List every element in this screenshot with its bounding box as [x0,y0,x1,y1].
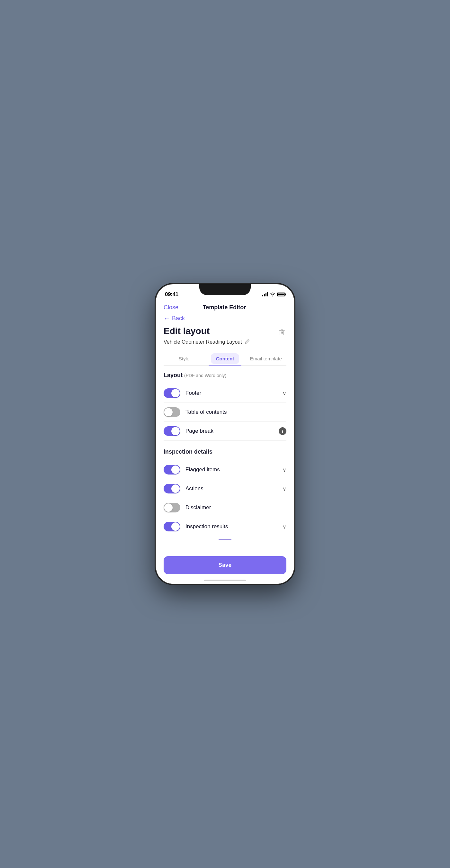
footer-label: Footer [186,390,201,396]
page-break-toggle[interactable] [164,426,180,436]
phone-frame: 09:41 Close Temp [156,284,294,584]
page-title: Edit layout [164,326,210,336]
layout-subtitle: (PDF and Word only) [184,373,226,378]
notch [199,284,251,295]
page-header: Edit layout [164,326,286,336]
tab-email-template[interactable]: Email template [246,353,286,365]
tab-style[interactable]: Style [164,353,204,365]
inspection-results-toggle[interactable] [164,522,180,531]
flagged-items-chevron-icon: ∨ [283,467,286,473]
page-break-info-icon[interactable]: i [279,427,286,435]
actions-chevron-icon: ∨ [283,486,286,492]
inspection-results-label: Inspection results [186,523,228,530]
toggle-flagged-items: Flagged items ∨ [164,460,286,479]
toggle-page-break: Page break i [164,422,286,441]
status-time: 09:41 [165,291,179,298]
save-bar: Save [156,552,294,584]
disclaimer-toggle[interactable] [164,503,180,513]
signal-icon [262,292,268,297]
table-of-contents-label: Table of contents [186,409,227,415]
edit-name-icon[interactable] [245,339,250,345]
footer-toggle[interactable] [164,389,180,398]
toggle-inspection-results: Inspection results ∨ [164,517,286,536]
toggle-disclaimer: Disclaimer [164,498,286,517]
nav-bar: Close Template Editor [156,300,294,313]
toggle-actions: Actions ∨ [164,479,286,498]
screen: 09:41 Close Temp [156,284,294,584]
scroll-indicator [164,536,286,541]
footer-chevron-icon: ∨ [283,390,286,396]
flagged-items-label: Flagged items [186,466,220,473]
tab-content[interactable]: Content [204,353,245,365]
actions-label: Actions [186,486,203,492]
delete-button[interactable] [278,327,286,336]
layout-name-row: Vehicle Odometer Reading Layout [164,339,286,346]
save-button[interactable]: Save [164,556,286,574]
flagged-items-toggle[interactable] [164,465,180,474]
status-icons [262,292,285,297]
back-arrow-icon: ← [164,315,170,322]
nav-title: Template Editor [203,304,246,311]
close-button[interactable]: Close [164,304,179,311]
layout-section-header: Layout (PDF and Word only) [164,372,286,379]
inspection-details-header: Inspection details [164,448,286,455]
toggle-table-of-contents: Table of contents [164,403,286,422]
home-indicator [204,580,246,581]
toggle-footer: Footer ∨ [164,384,286,403]
content-area: ← Back Edit layout Vehicle Odometer Read [156,313,294,568]
tabs: Style Content Email template [164,353,286,366]
page-break-label: Page break [186,428,214,434]
battery-icon [277,292,285,297]
disclaimer-label: Disclaimer [186,504,211,511]
layout-name-text: Vehicle Odometer Reading Layout [164,339,242,345]
back-label: Back [172,315,185,322]
wifi-icon [270,292,275,297]
inspection-results-chevron-icon: ∨ [283,524,286,530]
actions-toggle[interactable] [164,484,180,494]
back-button[interactable]: ← Back [164,313,286,326]
table-of-contents-toggle[interactable] [164,407,180,417]
svg-rect-0 [280,331,284,335]
